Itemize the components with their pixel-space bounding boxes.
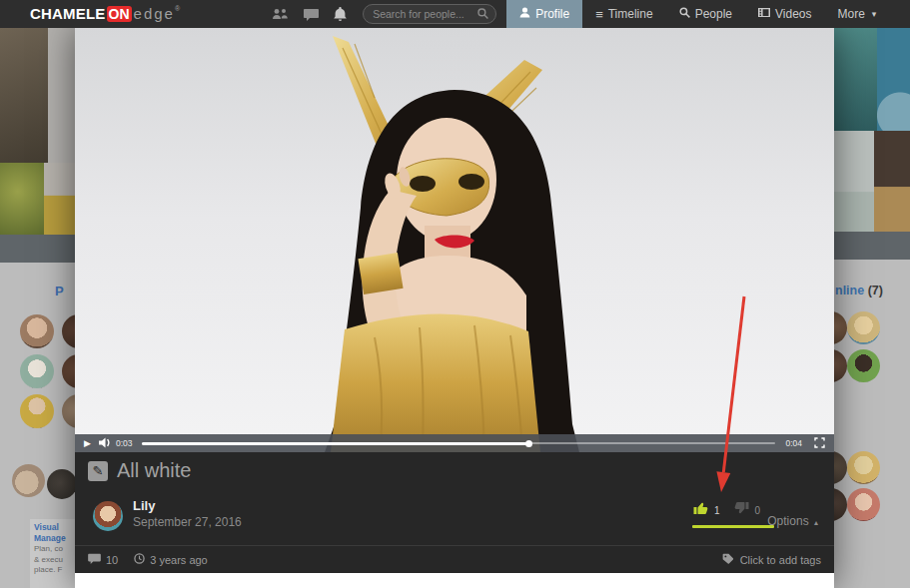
age-meta: 3 years ago [134, 553, 207, 566]
notifications-icon[interactable] [334, 7, 347, 22]
add-tags-label: Click to add tags [740, 554, 821, 566]
options-caret-icon: ▴ [814, 518, 818, 527]
avatar[interactable] [847, 311, 880, 344]
comments-icon [88, 553, 101, 566]
tab-people-label: People [695, 7, 732, 21]
cover-photo [48, 28, 75, 163]
avatar[interactable] [20, 394, 54, 428]
tab-timeline[interactable]: ≡ Timeline [582, 0, 666, 28]
like-count: 1 [714, 505, 720, 516]
cover-photo [0, 28, 48, 163]
avatar[interactable] [20, 354, 54, 388]
video-controls-bar: ▶ 0:03 0:04 [75, 434, 834, 452]
background-panel-heading: P [55, 284, 64, 298]
cover-photo [834, 28, 877, 131]
tab-people[interactable]: People [666, 0, 745, 28]
widget-link[interactable]: Manage [34, 533, 75, 544]
add-tags-button[interactable]: Click to add tags [721, 552, 821, 567]
publish-date: September 27, 2016 [133, 515, 242, 529]
comments-meta[interactable]: 10 [88, 553, 118, 566]
background-left-strip: P Visual Manage Plan, co & execu place. … [0, 28, 75, 588]
video-lightbox: ▶ 0:03 0:04 ✎ [75, 28, 834, 588]
seek-knob[interactable] [525, 440, 532, 447]
navbar-menu: Profile ≡ Timeline People Videos More [506, 0, 889, 28]
navbar-icon-group [272, 7, 347, 22]
video-frame-illustration [75, 28, 834, 452]
avatar[interactable] [47, 469, 75, 499]
edit-title-icon[interactable]: ✎ [88, 461, 108, 481]
video-meta-bar: 10 3 years ago Click to add tags [75, 545, 834, 573]
avatar[interactable] [834, 349, 847, 382]
cover-bottom-bar [834, 232, 910, 260]
options-dropdown[interactable]: Options ▴ [767, 514, 818, 528]
friends-online-count: (7) [868, 284, 883, 297]
profile-icon [519, 7, 530, 21]
author-name[interactable]: Lily [133, 498, 155, 513]
friends-online-label: nline [835, 284, 864, 297]
logo-text-light: edge [134, 0, 175, 28]
avatar[interactable] [62, 354, 75, 388]
more-caret-icon: ▾ [872, 10, 877, 19]
search-icon[interactable] [477, 5, 488, 23]
comments-count: 10 [106, 554, 118, 566]
messages-icon[interactable] [304, 8, 319, 21]
avatar[interactable] [847, 451, 880, 484]
vote-highlight-underline [692, 525, 774, 528]
tab-more[interactable]: More ▾ [825, 0, 890, 28]
widget-link[interactable]: Visual [34, 522, 75, 533]
video-title-bar: ✎ All white [75, 452, 834, 489]
background-right-strip: nline (7) [834, 28, 910, 588]
cover-photo [874, 131, 910, 232]
avatar[interactable] [847, 488, 880, 521]
search-box[interactable] [363, 4, 496, 24]
avatar[interactable] [834, 311, 847, 344]
dislike-count: 0 [755, 505, 761, 516]
tab-more-label: More [838, 7, 865, 21]
background-widget-card: Visual Manage Plan, co & execu place. F [30, 519, 75, 588]
author-avatar[interactable] [93, 501, 123, 531]
clock-icon [134, 553, 145, 566]
timeline-icon: ≡ [595, 8, 603, 21]
play-button[interactable]: ▶ [84, 439, 91, 448]
avatar[interactable] [834, 488, 847, 521]
avatar[interactable] [62, 314, 75, 348]
options-label: Options [767, 514, 808, 528]
tab-timeline-label: Timeline [608, 7, 653, 21]
tab-videos[interactable]: Videos [745, 0, 824, 28]
seek-bar[interactable] [142, 439, 775, 447]
cover-photo [834, 131, 874, 232]
avatar[interactable] [12, 464, 45, 497]
tag-icon [721, 552, 734, 567]
friends-online-heading: nline (7) [835, 284, 883, 297]
widget-text: Plan, co [34, 544, 75, 555]
cover-photo [44, 163, 75, 235]
page: CHAMELE ON edge ® [0, 0, 910, 588]
tab-videos-label: Videos [775, 7, 811, 21]
cover-photo [0, 163, 44, 235]
avatar[interactable] [62, 394, 75, 428]
logo-registered-mark: ® [175, 4, 180, 14]
logo-text-bold: CHAMELE [30, 0, 106, 28]
cover-bottom-bar [0, 235, 75, 263]
thumb-down-icon[interactable] [733, 500, 750, 520]
video-author-row: Lily September 27, 2016 1 0 Options ▴ [75, 489, 834, 545]
seek-fill [142, 442, 528, 445]
people-icon [679, 7, 690, 21]
avatar[interactable] [847, 349, 880, 382]
avatar[interactable] [834, 451, 847, 484]
top-navbar: CHAMELE ON edge ® [0, 0, 910, 28]
tab-profile-label: Profile [535, 7, 569, 21]
tab-profile[interactable]: Profile [506, 0, 582, 28]
comments-section-top [75, 573, 834, 588]
current-time: 0:03 [116, 438, 133, 448]
friends-icon[interactable] [272, 8, 289, 21]
logo-badge: ON [107, 6, 132, 22]
videos-icon [758, 7, 770, 21]
app-logo[interactable]: CHAMELE ON edge ® [30, 0, 180, 28]
video-player[interactable]: ▶ 0:03 0:04 [75, 28, 834, 452]
volume-icon[interactable] [99, 434, 112, 452]
avatar[interactable] [20, 314, 54, 348]
fullscreen-icon[interactable] [814, 434, 825, 452]
search-input[interactable] [371, 7, 477, 21]
thumb-up-icon[interactable] [692, 500, 709, 520]
